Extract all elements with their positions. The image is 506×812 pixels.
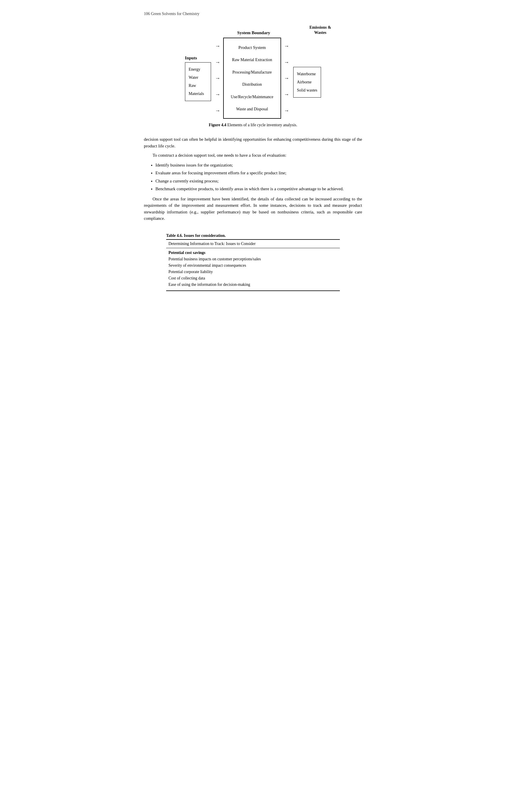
body-para2: To construct a decision support tool, on… bbox=[144, 152, 362, 159]
inputs-box: Energy Water RawMaterials bbox=[185, 62, 211, 101]
arrow-r1: → bbox=[284, 44, 289, 49]
arrow-4: → bbox=[215, 92, 220, 97]
inputs-label: Inputs bbox=[185, 56, 197, 61]
emissions-solid: Solid wastes bbox=[297, 86, 317, 94]
body-para1: decision support tool can often be helpf… bbox=[144, 136, 362, 149]
diagram-inner: Inputs Energy Water RawMaterials → → → →… bbox=[185, 37, 321, 119]
body-para3: Once the areas for improvement have been… bbox=[144, 196, 362, 222]
figure-caption: Figure 4.4 Elements of a life cycle inve… bbox=[209, 123, 297, 128]
page-header: 106 Green Solvents for Chemistry bbox=[144, 12, 362, 16]
emissions-waterborne: Waterborne bbox=[297, 70, 317, 78]
left-arrows-col: → → → → → bbox=[213, 38, 222, 118]
figure-caption-text: Elements of a life cycle inventory analy… bbox=[226, 123, 297, 127]
arrow-5: → bbox=[215, 108, 220, 113]
table-cell-4: Cost of collecting data bbox=[166, 275, 340, 281]
bullet-item-3: Change a currently existing process; bbox=[155, 177, 362, 185]
arrow-r5: → bbox=[284, 108, 289, 113]
emissions-section: Waterborne Airborne Solid wastes bbox=[293, 59, 321, 98]
arrow-3: → bbox=[215, 76, 220, 81]
table-cell-5: Ease of using the information for decisi… bbox=[166, 281, 340, 289]
table-row: Potential business impacts on customer p… bbox=[166, 256, 340, 262]
arrow-r3: → bbox=[284, 76, 289, 81]
bullet-item-4: Benchmark competitive products, to ident… bbox=[155, 185, 362, 193]
inputs-water: Water bbox=[189, 74, 207, 82]
bullet-list: Identify business issues for the organiz… bbox=[155, 162, 362, 193]
table-row: Potential corporate liability bbox=[166, 269, 340, 275]
table-header: Determining Information to Track: Issues… bbox=[166, 240, 340, 248]
table-row: Cost of collecting data bbox=[166, 275, 340, 281]
emissions-label: Emissions & Wastes bbox=[310, 25, 331, 35]
table-row: Severity of environmental impact consequ… bbox=[166, 262, 340, 269]
arrow-r2: → bbox=[284, 60, 289, 65]
inputs-raw: RawMaterials bbox=[189, 82, 207, 98]
center-box: Product System Raw Material Extraction P… bbox=[223, 37, 281, 119]
center-waste-disposal: Waste and Disposal bbox=[236, 106, 268, 113]
figure-caption-label: Figure 4.4 bbox=[209, 123, 226, 127]
center-raw-material: Raw Material Extraction bbox=[232, 57, 272, 63]
figure-container: System Boundary Emissions & Wastes Input… bbox=[144, 25, 362, 128]
table-section: Table 4.6. Issues for consideration. Det… bbox=[166, 233, 340, 291]
table-cell-1: Potential business impacts on customer p… bbox=[166, 256, 340, 262]
right-arrows-col: → → → → → bbox=[282, 38, 291, 118]
table-row: Ease of using the information for decisi… bbox=[166, 281, 340, 289]
arrow-r4: → bbox=[284, 92, 289, 97]
emissions-box: Waterborne Airborne Solid wastes bbox=[293, 67, 321, 98]
center-use-recycle: Use/Recycle/Maintenance bbox=[231, 93, 273, 100]
inputs-energy: Energy bbox=[189, 66, 207, 74]
system-boundary-label: System Boundary bbox=[237, 30, 270, 35]
issues-table: Determining Information to Track: Issues… bbox=[166, 239, 340, 289]
table-bottom-border bbox=[166, 289, 340, 291]
diagram-outer: System Boundary Emissions & Wastes Input… bbox=[144, 25, 362, 128]
center-product-system: Product System bbox=[239, 44, 266, 51]
inputs-section: Inputs Energy Water RawMaterials bbox=[185, 56, 211, 101]
table-row: Potential cost savings bbox=[166, 248, 340, 256]
table-cell-3: Potential corporate liability bbox=[166, 269, 340, 275]
table-cell-0: Potential cost savings bbox=[166, 248, 340, 256]
bullet-item-2: Evaluate areas for focusing improvement … bbox=[155, 169, 362, 177]
center-processing: Processing/Manufacture bbox=[233, 69, 272, 76]
arrow-1: → bbox=[215, 44, 220, 49]
table-cell-2: Severity of environmental impact consequ… bbox=[166, 262, 340, 269]
bullet-item-1: Identify business issues for the organiz… bbox=[155, 162, 362, 169]
center-distribution: Distribution bbox=[242, 81, 262, 88]
emissions-airborne: Airborne bbox=[297, 78, 317, 86]
arrow-2: → bbox=[215, 60, 220, 65]
table-title: Table 4.6. Issues for consideration. bbox=[166, 233, 340, 238]
